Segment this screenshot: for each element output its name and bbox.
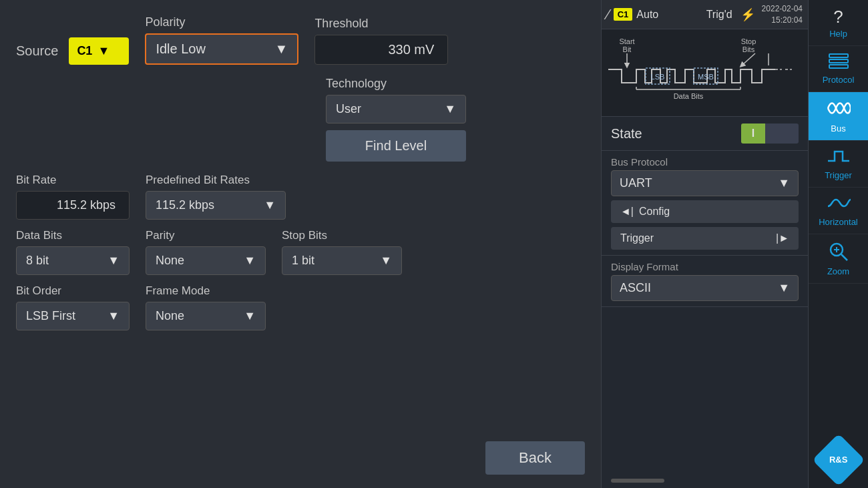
svg-text:Start: Start	[619, 37, 634, 45]
svg-text:Stop: Stop	[741, 37, 756, 45]
bus-protocol-section: Bus Protocol UART ▼ ◄| Config Trigger |►	[602, 151, 808, 256]
predefined-bit-rates-arrow: ▼	[264, 198, 276, 212]
stop-bits-label: Stop Bits	[282, 229, 402, 242]
svg-rect-17	[829, 54, 848, 57]
display-format-section: Display Format ASCII ▼	[602, 256, 808, 307]
bit-order-dropdown[interactable]: LSB First ▼	[16, 302, 130, 330]
bus-protocol-arrow: ▼	[778, 176, 790, 190]
svg-line-5	[742, 53, 755, 65]
zoom-label: Zoom	[827, 266, 849, 276]
bit-order-label: Bit Order	[16, 284, 130, 298]
threshold-value: 330 mV	[314, 35, 448, 65]
technology-group: Technology User ▼ Find Level	[326, 77, 466, 162]
stop-bits-dropdown[interactable]: 1 bit ▼	[282, 246, 402, 275]
source-dropdown[interactable]: C1 ▼	[69, 37, 129, 65]
bit-rate-group: Bit Rate 115.2 kbps	[16, 174, 130, 220]
config-arrow-icon: ◄|	[620, 206, 634, 218]
data-bits-dropdown[interactable]: 8 bit ▼	[16, 246, 130, 275]
sidebar-item-bus[interactable]: Bus	[809, 92, 868, 141]
predefined-bit-rates-dropdown[interactable]: 115.2 kbps ▼	[146, 191, 286, 220]
sidebar-item-zoom[interactable]: Zoom	[809, 234, 868, 284]
threshold-group: Threshold 330 mV	[314, 17, 448, 65]
svg-text:Bit: Bit	[623, 45, 632, 53]
bus-icon	[827, 99, 851, 122]
parity-dropdown[interactable]: None ▼	[146, 246, 266, 275]
sidebar-item-trigger[interactable]: Trigger	[809, 141, 868, 188]
polarity-dropdown[interactable]: Idle Low ▼	[145, 33, 298, 65]
data-bits-arrow: ▼	[107, 254, 120, 268]
horizontal-label: Horizontal	[819, 217, 858, 227]
trigger-icon	[827, 148, 851, 169]
polarity-group: Polarity Idle Low ▼	[145, 15, 298, 65]
polarity-arrow: ▼	[275, 41, 288, 57]
polarity-label: Polarity	[145, 15, 298, 29]
data-bits-label: Data Bits	[16, 229, 130, 242]
svg-text:LSB: LSB	[651, 73, 665, 81]
svg-rect-18	[829, 59, 848, 63]
scroll-indicator	[602, 307, 808, 488]
sidebar-item-help[interactable]: ? Help	[809, 0, 868, 46]
source-arrow: ▼	[97, 44, 110, 58]
battery-icon: ⚡	[740, 7, 755, 22]
svg-rect-19	[829, 65, 848, 68]
trigger-label-sidebar: Trigger	[825, 170, 852, 180]
display-format-arrow: ▼	[778, 281, 790, 295]
bit-order-arrow: ▼	[107, 309, 120, 323]
config-panel: Source C1 ▼ Polarity Idle Low ▼ Threshol…	[0, 0, 601, 488]
svg-text:Data Bits: Data Bits	[674, 92, 704, 100]
c1-badge: C1	[614, 8, 633, 21]
bit-rate-value: 115.2 kbps	[16, 191, 130, 220]
bit-order-group: Bit Order LSB First ▼	[16, 284, 130, 330]
stop-bits-group: Stop Bits 1 bit ▼	[282, 229, 402, 275]
parity-arrow: ▼	[244, 254, 256, 268]
sidebar-item-rs[interactable]: R&S	[809, 284, 868, 488]
toggle-on[interactable]: I	[741, 124, 765, 144]
sidebar-item-horizontal[interactable]: Horizontal	[809, 188, 868, 234]
sidebar-item-protocol[interactable]: Protocol	[809, 46, 868, 92]
display-format-dropdown[interactable]: ASCII ▼	[611, 275, 799, 301]
config-label: Config	[639, 206, 670, 218]
svg-line-21	[841, 254, 847, 260]
frame-mode-group: Frame Mode None ▼	[146, 284, 266, 330]
source-label: Source	[16, 43, 58, 59]
technology-dropdown[interactable]: User ▼	[326, 95, 466, 124]
config-button[interactable]: ◄| Config	[611, 200, 799, 223]
osc-header: ∕ C1 Auto Trig'd ⚡ 2022-02-04 15:20:04	[602, 0, 808, 29]
state-label: State	[611, 126, 642, 142]
parity-label: Parity	[146, 229, 266, 242]
threshold-label: Threshold	[314, 17, 448, 31]
protocol-label: Protocol	[823, 75, 855, 85]
source-group: Source C1 ▼	[16, 13, 129, 65]
svg-text:MSB: MSB	[698, 73, 714, 81]
frame-mode-dropdown[interactable]: None ▼	[146, 302, 266, 330]
right-panel: ∕ C1 Auto Trig'd ⚡ 2022-02-04 15:20:04 S…	[601, 0, 808, 488]
svg-text:Bits: Bits	[742, 45, 755, 53]
state-row: State I	[602, 117, 808, 151]
bit-rate-label: Bit Rate	[16, 174, 130, 187]
datetime: 2022-02-04 15:20:04	[762, 3, 803, 26]
state-toggle[interactable]: I	[741, 124, 799, 144]
horizontal-icon	[827, 194, 851, 216]
display-format-label: Display Format	[611, 261, 799, 272]
bus-protocol-dropdown[interactable]: UART ▼	[611, 170, 799, 196]
trigrd-label: Trig'd	[706, 9, 732, 21]
technology-label: Technology	[326, 77, 466, 91]
predefined-bit-rates-label: Predefined Bit Rates	[146, 174, 286, 187]
toggle-off[interactable]	[765, 124, 799, 144]
zoom-icon	[828, 241, 849, 265]
waveform-icon: ∕	[607, 6, 610, 23]
find-level-button[interactable]: Find Level	[326, 130, 466, 162]
trigger-label: Trigger	[620, 232, 654, 244]
sidebar: ? Help Protocol	[808, 0, 868, 488]
protocol-icon	[828, 53, 849, 73]
predefined-bit-rates-group: Predefined Bit Rates 115.2 kbps ▼	[146, 174, 286, 220]
signal-svg: Start Bit Stop Bits LSB MSB	[608, 35, 802, 108]
help-icon: ?	[833, 7, 843, 27]
trigger-suffix-icon: |►	[776, 232, 789, 244]
back-button[interactable]: Back	[485, 441, 585, 475]
signal-diagram: Start Bit Stop Bits LSB MSB	[602, 29, 808, 117]
bus-protocol-label: Bus Protocol	[611, 156, 799, 168]
trigger-button[interactable]: Trigger |►	[611, 227, 799, 250]
data-bits-group: Data Bits 8 bit ▼	[16, 229, 130, 275]
rs-logo: R&S	[812, 433, 865, 486]
